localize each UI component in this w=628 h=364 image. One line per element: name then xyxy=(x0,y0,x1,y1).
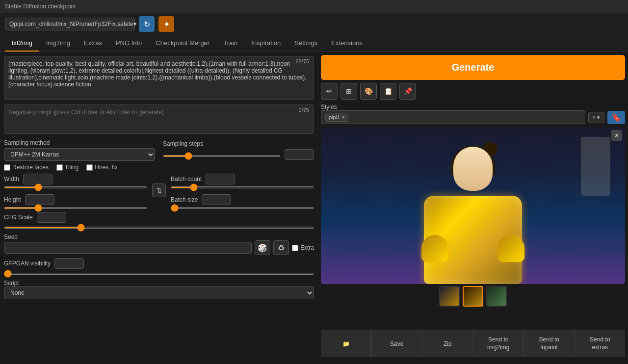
positive-counter: 68/75 xyxy=(293,58,311,65)
styles-bookmark-button[interactable]: 🔖 xyxy=(607,111,625,124)
script-label: Script xyxy=(4,280,19,286)
batch-size-input[interactable]: 1 xyxy=(202,194,231,205)
height-input[interactable]: 512 xyxy=(25,194,54,205)
tab-checkpoint[interactable]: Checkpoint Merger xyxy=(149,35,216,52)
batch-size-item: Batch size 1 xyxy=(171,194,314,209)
style-paste-button[interactable]: 📌 xyxy=(399,83,416,100)
height-slider[interactable] xyxy=(4,207,147,209)
extra-checkbox-label[interactable]: Extra xyxy=(292,244,314,251)
restore-faces-label: Restore faces xyxy=(12,164,49,171)
checkboxes-row: Restore faces Tiling Hires. fix xyxy=(4,164,314,171)
seed-label: Seed xyxy=(4,234,18,240)
steps-slider[interactable] xyxy=(163,155,281,157)
height-label: Height xyxy=(4,196,21,203)
steps-number[interactable]: 30 xyxy=(285,149,314,160)
generated-image xyxy=(321,127,625,284)
tag-label: pipi1 xyxy=(329,114,340,120)
width-input[interactable]: 512 xyxy=(23,174,52,184)
main-content: (masterpiece, top quality, best quality,… xyxy=(0,52,628,360)
sampling-method-group: Sampling method DPM++ 2M Karras xyxy=(4,139,155,161)
gfpgan-label: GFPGAN visibility xyxy=(4,260,51,267)
width-slider[interactable] xyxy=(4,186,147,188)
tag-close-button[interactable]: × xyxy=(341,114,345,121)
width-row: Width 512 xyxy=(4,174,147,184)
tab-train[interactable]: Train xyxy=(216,35,244,52)
batch-count-input[interactable]: 2 xyxy=(206,174,235,184)
batch-size-slider[interactable] xyxy=(171,207,314,209)
tab-pnginfo[interactable]: PNG Info xyxy=(109,35,149,52)
tab-settings[interactable]: Settings xyxy=(288,35,324,52)
gfpgan-input[interactable]: 0 xyxy=(54,258,84,269)
seed-group: Seed -1 🎲 ♻ Extra xyxy=(4,233,314,255)
cfg-slider[interactable] xyxy=(4,227,314,229)
swap-dimensions-button[interactable]: ⇅ xyxy=(152,183,166,197)
seed-input[interactable]: -1 xyxy=(4,242,252,254)
app-header: Stable Diffusion checkpoint xyxy=(0,0,628,13)
styles-input[interactable]: pipi1 × xyxy=(321,110,585,124)
sync-button[interactable]: ↻ xyxy=(139,16,155,32)
star-button[interactable]: ✦ xyxy=(158,16,174,32)
generate-button[interactable]: Generate xyxy=(321,55,625,80)
script-select[interactable]: None xyxy=(4,286,314,299)
close-image-button[interactable]: × xyxy=(611,130,622,141)
style-palette-button[interactable]: 🎨 xyxy=(360,83,377,100)
gfpgan-group: GFPGAN visibility 0 xyxy=(4,258,314,276)
seed-row: -1 🎲 ♻ Extra xyxy=(4,240,314,255)
cfg-group: CFG Scale 8 xyxy=(4,212,314,230)
folder-button[interactable]: 📁 xyxy=(321,330,372,357)
thumbnail-2[interactable] xyxy=(463,286,483,307)
style-tag-pipi1: pipi1 × xyxy=(325,113,348,122)
thumbnail-1[interactable] xyxy=(439,286,460,307)
hires-fix-checkbox-label[interactable]: Hires. fix xyxy=(86,164,118,171)
tab-inspiration[interactable]: Inspiration xyxy=(244,35,288,52)
styles-clear-button[interactable]: × ▾ xyxy=(588,112,604,123)
style-copy-button[interactable]: 📋 xyxy=(380,83,396,100)
armor-body xyxy=(424,196,522,284)
right-panel: Generate ✏ ⊞ 🎨 📋 📌 Styles pipi1 × xyxy=(318,52,628,360)
save-label: Save xyxy=(390,340,403,347)
generate-area: Generate ✏ ⊞ 🎨 📋 📌 Styles pipi1 × xyxy=(321,55,625,124)
hires-fix-checkbox[interactable] xyxy=(86,164,93,171)
batch-group: Batch count 2 Batch size 1 xyxy=(171,174,314,209)
left-panel: (masterpiece, top quality, best quality,… xyxy=(0,52,318,360)
tiling-checkbox[interactable] xyxy=(56,164,63,171)
styles-input-row: pipi1 × × ▾ 🔖 xyxy=(321,110,625,124)
thumbnail-3[interactable] xyxy=(486,286,507,307)
model-dropdown[interactable]: Qpipi.com_chilloutmix_NiPrunedFp32Fix.sa… xyxy=(5,18,135,30)
style-grid-button[interactable]: ⊞ xyxy=(340,83,357,100)
tiling-checkbox-label[interactable]: Tiling xyxy=(56,164,78,171)
style-pencil-button[interactable]: ✏ xyxy=(321,83,338,100)
extra-label: Extra xyxy=(300,244,314,251)
seed-dice-button[interactable]: 🎲 xyxy=(255,240,270,255)
batch-count-row: Batch count 2 xyxy=(171,174,314,184)
tab-img2img[interactable]: img2img xyxy=(39,35,77,52)
width-label: Width xyxy=(4,176,19,182)
tiling-label: Tiling xyxy=(65,164,78,171)
thumbnail-strip xyxy=(321,284,625,309)
cfg-input[interactable]: 8 xyxy=(37,212,66,223)
batch-count-slider[interactable] xyxy=(171,186,314,188)
sampling-method-select[interactable]: DPM++ 2M Karras xyxy=(4,148,155,161)
zip-button[interactable]: Zip xyxy=(422,330,473,357)
save-button[interactable]: Save xyxy=(372,330,423,357)
seed-recycle-button[interactable]: ♻ xyxy=(273,240,289,255)
restore-faces-checkbox[interactable] xyxy=(4,164,10,171)
send-img2img-label: Send toimg2img xyxy=(487,336,509,351)
tab-extras[interactable]: Extras xyxy=(77,35,109,52)
negative-prompt-input[interactable] xyxy=(4,104,314,134)
restore-faces-checkbox-label[interactable]: Restore faces xyxy=(4,164,49,171)
send-img2img-button[interactable]: Send toimg2img xyxy=(473,330,524,357)
gfpgan-slider[interactable] xyxy=(4,273,314,275)
gfpgan-row: GFPGAN visibility 0 xyxy=(4,258,314,269)
tab-extensions[interactable]: Extensions xyxy=(324,35,369,52)
top-bar: Qpipi.com_chilloutmix_NiPrunedFp32Fix.sa… xyxy=(0,13,628,35)
send-extras-button[interactable]: Send toextras xyxy=(575,330,626,357)
head xyxy=(453,147,493,191)
model-name: Qpipi.com_chilloutmix_NiPrunedFp32Fix.sa… xyxy=(9,21,133,27)
tab-txt2img[interactable]: txt2img xyxy=(5,35,39,52)
positive-prompt-input[interactable]: (masterpiece, top quality, best quality,… xyxy=(4,56,314,100)
dimensions-batch-row: Width 512 Height 512 ⇅ Batch count 2 xyxy=(4,174,314,209)
extra-checkbox[interactable] xyxy=(292,245,298,251)
send-inpaint-button[interactable]: Send toinpaint xyxy=(524,330,575,357)
batch-size-label: Batch size xyxy=(171,196,198,203)
